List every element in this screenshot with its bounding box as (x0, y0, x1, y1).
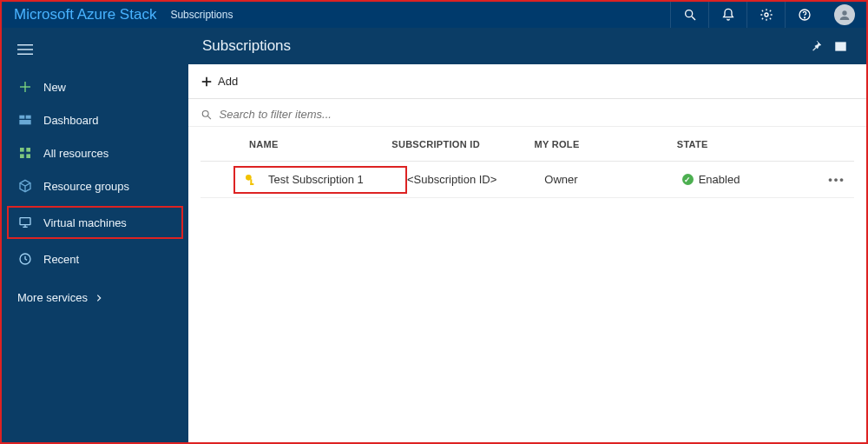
sidebar-item-resource-groups[interactable]: Resource groups (2, 169, 188, 202)
blade-toolbar: Add (188, 64, 866, 99)
cube-icon (18, 179, 32, 193)
svg-rect-15 (26, 148, 30, 152)
svg-point-0 (685, 10, 692, 17)
subscription-state: Enabled (699, 173, 740, 186)
search-icon (683, 8, 697, 22)
svg-rect-14 (20, 148, 24, 152)
add-label: Add (218, 75, 238, 88)
col-role[interactable]: MY ROLE (535, 139, 677, 149)
user-avatar[interactable] (823, 4, 866, 25)
sidebar-item-label: Resource groups (43, 180, 129, 193)
bell-icon (721, 8, 735, 22)
sidebar-item-new[interactable]: New (2, 70, 188, 103)
brand-title[interactable]: Microsoft Azure Stack (2, 6, 167, 23)
dashboard-icon (18, 113, 32, 127)
svg-line-1 (692, 17, 695, 20)
blade-subscriptions: Subscriptions Add NAME SUBSCRIPTION ID (188, 28, 866, 442)
more-services-label: More services (17, 291, 88, 304)
table-row[interactable]: Test Subscription 1 <Subscription ID> Ow… (201, 162, 854, 198)
blade-title: Subscriptions (202, 37, 804, 55)
subscription-role: Owner (544, 173, 681, 186)
maximize-button[interactable] (828, 34, 852, 58)
subscriptions-table: NAME SUBSCRIPTION ID MY ROLE STATE Test … (188, 127, 866, 198)
sidebar-item-label: Virtual machines (43, 216, 127, 229)
key-icon (244, 173, 258, 187)
check-icon: ✓ (682, 174, 694, 185)
topbar: Microsoft Azure Stack Subscriptions (2, 2, 866, 28)
settings-button[interactable] (746, 2, 785, 28)
svg-point-5 (842, 10, 846, 15)
sidebar-more-services[interactable]: More services (2, 281, 188, 315)
svg-point-4 (804, 17, 805, 18)
svg-rect-13 (19, 120, 30, 124)
svg-rect-11 (19, 116, 24, 119)
plus-icon (201, 76, 213, 88)
svg-point-25 (202, 110, 208, 116)
breadcrumb[interactable]: Subscriptions (167, 9, 233, 21)
svg-point-2 (765, 13, 768, 17)
pin-icon (810, 40, 822, 52)
sidebar-item-label: All resources (43, 147, 108, 160)
col-name[interactable]: NAME (249, 139, 391, 149)
chevron-right-icon (95, 294, 103, 302)
user-icon (838, 8, 852, 22)
sidebar-item-dashboard[interactable]: Dashboard (2, 103, 188, 136)
svg-rect-16 (20, 154, 24, 158)
subscription-name: Test Subscription 1 (268, 173, 364, 186)
sidebar-item-all-resources[interactable]: All resources (2, 136, 188, 169)
subscription-id: <Subscription ID> (407, 173, 544, 186)
sidebar-item-recent[interactable]: Recent (2, 242, 188, 275)
svg-rect-17 (26, 154, 30, 158)
sidebar: New Dashboard All resources Resource gro… (2, 28, 188, 442)
row-more-button[interactable]: ••• (819, 173, 854, 186)
add-button[interactable]: Add (201, 75, 238, 88)
monitor-icon (18, 215, 32, 229)
subscription-name-cell[interactable]: Test Subscription 1 (233, 166, 407, 194)
sidebar-item-label: Dashboard (43, 114, 99, 127)
pin-button[interactable] (804, 34, 828, 58)
svg-line-26 (207, 116, 210, 118)
table-header-row: NAME SUBSCRIPTION ID MY ROLE STATE (201, 127, 854, 162)
help-icon (798, 8, 812, 22)
search-icon (201, 109, 213, 121)
grid-icon (18, 146, 32, 160)
search-button[interactable] (670, 2, 708, 28)
menu-toggle[interactable] (2, 33, 188, 70)
search-row (188, 99, 866, 127)
sidebar-item-virtual-machines[interactable]: Virtual machines (7, 206, 183, 239)
plus-icon (18, 80, 32, 94)
svg-rect-29 (250, 183, 253, 185)
blade-header: Subscriptions (188, 28, 866, 64)
hamburger-icon (17, 43, 33, 56)
sidebar-item-label: New (43, 81, 66, 94)
sidebar-item-label: Recent (43, 253, 79, 266)
help-button[interactable] (785, 2, 823, 28)
svg-rect-12 (26, 116, 31, 119)
subscription-state-cell: ✓ Enabled (682, 173, 819, 186)
col-state[interactable]: STATE (677, 139, 819, 149)
col-sub-id[interactable]: SUBSCRIPTION ID (391, 139, 534, 149)
svg-rect-18 (20, 218, 30, 225)
clock-icon (18, 252, 32, 266)
maximize-icon (835, 42, 846, 51)
gear-icon (760, 8, 773, 22)
notifications-button[interactable] (708, 2, 746, 28)
svg-rect-22 (836, 43, 845, 50)
filter-input[interactable] (220, 108, 854, 121)
